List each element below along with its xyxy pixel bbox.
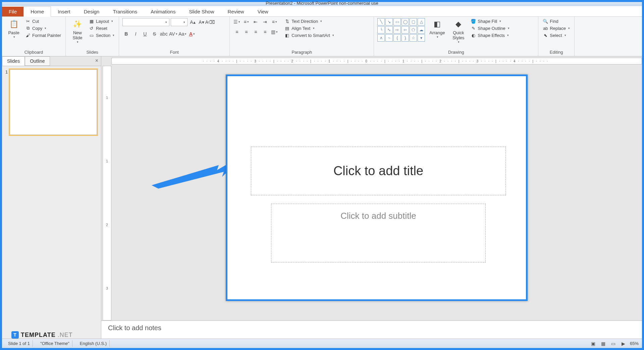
shape-more-icon[interactable]: ▾	[418, 34, 425, 42]
align-right-button[interactable]: ≡	[252, 28, 259, 36]
italic-button[interactable]: I	[132, 30, 139, 38]
align-center-button[interactable]: ≡	[243, 28, 250, 36]
grow-font-button[interactable]: A▴	[189, 18, 196, 26]
new-slide-button[interactable]: ✨ New Slide▾	[69, 18, 86, 44]
decrease-indent-button[interactable]: ⇤	[252, 18, 259, 26]
convert-smartart-button[interactable]: ◧Convert to SmartArt▾	[283, 32, 335, 38]
shape-arrow2-icon[interactable]: ⇨	[393, 26, 401, 34]
tab-insert[interactable]: Insert	[51, 7, 77, 16]
tab-transitions[interactable]: Transitions	[106, 7, 144, 16]
shape-oval-icon[interactable]: ◯	[401, 18, 409, 26]
tab-review[interactable]: Review	[221, 7, 251, 16]
increase-indent-button[interactable]: ⇥	[261, 18, 269, 26]
slide-canvas[interactable]: Click to add title Click to add subtitle	[226, 74, 528, 301]
shape-arrow-icon[interactable]: ↘	[385, 18, 393, 26]
tab-home[interactable]: Home	[23, 6, 51, 17]
watermark: T TEMPLATE.NET	[11, 331, 73, 339]
text-direction-button[interactable]: ⇅Text Direction▾	[283, 18, 335, 24]
find-button[interactable]: 🔍Find	[542, 18, 571, 24]
quick-styles-icon: ◆	[452, 18, 465, 30]
shape-freeform-icon[interactable]: ʌ	[377, 34, 385, 42]
section-button[interactable]: ▭Section▾	[88, 32, 115, 38]
view-reading-button[interactable]: ▭	[610, 340, 617, 347]
tab-slideshow[interactable]: Slide Show	[182, 7, 221, 16]
shape-cloud-icon[interactable]: ☁	[418, 26, 425, 34]
replace-button[interactable]: abReplace▾	[542, 25, 571, 31]
text-direction-icon: ⇅	[284, 18, 290, 24]
quick-styles-button[interactable]: ◆ Quick Styles▾	[449, 18, 468, 44]
shape-fill-button[interactable]: 🪣Shape Fill▾	[470, 18, 510, 24]
group-paragraph: ☰▾ ≡▾ ⇤ ⇥ ≡▾ ≡ ≡ ≡ ≡ ▥▾ ⇅Text D	[230, 17, 374, 56]
bold-button[interactable]: B	[122, 30, 130, 38]
shape-pentagon-icon[interactable]: ⬠	[410, 26, 417, 34]
shape-arrow3-icon[interactable]: ⇦	[401, 26, 409, 34]
shadow-button[interactable]: abc	[160, 30, 167, 38]
shape-roundrect-icon[interactable]: ▢	[410, 18, 417, 26]
align-left-button[interactable]: ≡	[233, 28, 240, 36]
font-family-select[interactable]: ▾	[122, 18, 169, 26]
clear-formatting-button[interactable]: A⌫	[206, 18, 214, 26]
view-sorter-button[interactable]: ▦	[600, 340, 607, 347]
group-paragraph-label: Paragraph	[233, 49, 370, 55]
smartart-icon: ◧	[284, 33, 290, 38]
group-slides-label: Slides	[69, 49, 115, 55]
font-color-button[interactable]: A▾	[188, 30, 196, 38]
brush-icon: 🖌	[25, 33, 31, 38]
underline-button[interactable]: U	[141, 30, 149, 38]
shapes-gallery[interactable]: ╲ ↘ ▭ ◯ ▢ △ └ ∿ ⇨ ⇦ ⬠ ☁ ʌ ~ { } ☆	[377, 18, 425, 42]
shape-line-icon[interactable]: ╲	[377, 18, 385, 26]
shape-star-icon[interactable]: ☆	[410, 34, 417, 42]
line-spacing-button[interactable]: ≡▾	[271, 18, 278, 26]
arrange-button[interactable]: ◧ Arrange▾	[427, 18, 447, 39]
copy-button[interactable]: ⧉Copy▾	[24, 25, 62, 31]
font-size-select[interactable]: ▾	[171, 18, 187, 26]
paste-button[interactable]: 📋 Paste▾	[5, 18, 22, 39]
view-normal-button[interactable]: ▣	[590, 340, 597, 347]
strikethrough-button[interactable]: S	[151, 30, 158, 38]
pane-close-button[interactable]: ×	[93, 56, 101, 66]
format-painter-button[interactable]: 🖌Format Painter	[24, 32, 62, 38]
slide-thumbnail-1[interactable]	[10, 69, 97, 135]
shape-rect-icon[interactable]: ▭	[393, 18, 401, 26]
pane-tab-outline[interactable]: Outline	[25, 56, 50, 66]
align-text-button[interactable]: ▤Align Text▾	[283, 25, 335, 31]
notes-pane[interactable]: Click to add notes	[101, 320, 642, 339]
numbering-button[interactable]: ≡▾	[243, 18, 250, 26]
shape-effects-button[interactable]: ◐Shape Effects▾	[470, 32, 510, 38]
reset-button[interactable]: ↺Reset	[88, 25, 115, 31]
change-case-button[interactable]: Aa▾	[179, 30, 186, 38]
shape-outline-button[interactable]: ✎Shape Outline▾	[470, 25, 510, 31]
horizontal-ruler: ····4····|····3····|····2····|····1····|…	[111, 58, 642, 64]
columns-button[interactable]: ▥▾	[271, 28, 278, 36]
tab-design[interactable]: Design	[77, 7, 106, 16]
tab-view[interactable]: View	[251, 7, 275, 16]
cut-button[interactable]: ✂Cut	[24, 18, 62, 24]
status-theme: "Office Theme"	[38, 340, 72, 347]
subtitle-placeholder[interactable]: Click to add subtitle	[271, 204, 486, 262]
zoom-level[interactable]: 65%	[630, 341, 639, 346]
bullets-button[interactable]: ☰▾	[233, 18, 240, 26]
shape-curve-icon[interactable]: ∿	[385, 26, 393, 34]
title-placeholder[interactable]: Click to add title	[251, 147, 506, 195]
select-button[interactable]: ⬉Select▾	[542, 32, 571, 38]
shape-brace-icon[interactable]: {	[393, 34, 401, 42]
canvas[interactable]: Click to add title Click to add subtitle	[111, 64, 642, 320]
shape-scribble-icon[interactable]: ~	[385, 34, 393, 42]
ribbon: 📋 Paste▾ ✂Cut ⧉Copy▾ 🖌Format Painter Cli…	[2, 17, 642, 56]
shrink-font-button[interactable]: A▾	[198, 18, 205, 26]
reset-icon: ↺	[89, 26, 94, 31]
shape-elbow-icon[interactable]: └	[377, 26, 385, 34]
replace-icon: ab	[543, 26, 548, 31]
layout-button[interactable]: ▦Layout▾	[88, 18, 115, 24]
tab-animations[interactable]: Animations	[144, 7, 182, 16]
tab-file[interactable]: File	[2, 7, 23, 16]
justify-button[interactable]: ≡	[261, 28, 269, 36]
view-slideshow-button[interactable]: ▶	[620, 340, 627, 347]
status-language[interactable]: English (U.S.)	[77, 340, 110, 347]
shape-triangle-icon[interactable]: △	[418, 18, 425, 26]
group-font: ▾ ▾ A▴ A▾ A⌫ B I U S abc AV▾ Aa▾ A▾ Font	[119, 17, 230, 56]
close-icon: ×	[95, 58, 98, 63]
char-spacing-button[interactable]: AV▾	[169, 30, 177, 38]
shape-brace2-icon[interactable]: }	[401, 34, 409, 42]
pane-tab-slides[interactable]: Slides	[2, 56, 25, 66]
